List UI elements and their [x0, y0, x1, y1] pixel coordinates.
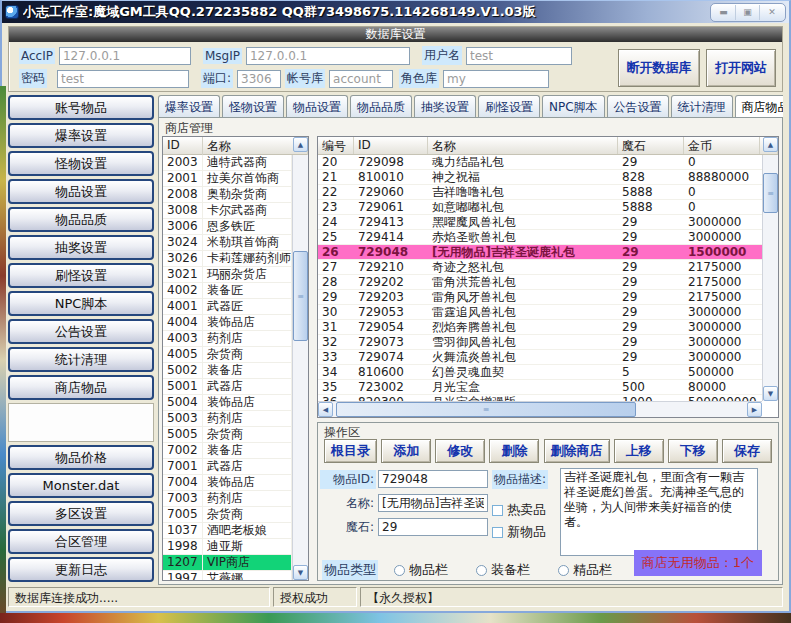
table-row[interactable]: 34810600幻兽灵魂血契5500000物品 [318, 365, 762, 380]
op-button-1[interactable]: 根目录 [324, 439, 377, 463]
role-db-input[interactable] [443, 70, 549, 88]
table-row[interactable]: 2003迪特武器商 [163, 155, 292, 171]
checkbox-icon[interactable] [492, 527, 503, 538]
table-row[interactable]: 4005杂货商 [163, 347, 292, 363]
table-row[interactable]: 3026卡莉莲娜药剂师 [163, 251, 292, 267]
table-row[interactable]: 2008奥勒杂货商 [163, 187, 292, 203]
scroll-left-icon[interactable]: ◀ [318, 402, 333, 417]
scrollbar-thumb[interactable]: ≡ [293, 251, 308, 341]
checkbox-icon[interactable] [492, 505, 503, 516]
op-button-8[interactable]: 保存 [722, 439, 772, 463]
op-button-4[interactable]: 删除 [489, 439, 539, 463]
username-input[interactable] [466, 47, 572, 65]
disconnect-db-button[interactable]: 断开数据库 [618, 49, 700, 87]
sidebar-item-16[interactable]: 更新日志 [8, 557, 154, 582]
sidebar-item-1[interactable]: 账号物品 [8, 95, 154, 120]
table-row[interactable]: 7001武器店 [163, 459, 292, 475]
scrollbar-thumb[interactable]: ≡ [763, 173, 778, 213]
sidebar-item-3[interactable]: 怪物设置 [8, 151, 154, 176]
table-row[interactable]: 1998迪亚斯 [163, 539, 292, 555]
table-row[interactable]: 24729413黑曜魔凤兽礼包293000000幻兽 [318, 215, 762, 230]
scroll-right-icon[interactable]: ▶ [747, 402, 762, 417]
scroll-down-icon[interactable]: ▼ [763, 386, 778, 401]
sidebar-item-15[interactable]: 合区管理 [8, 529, 154, 554]
table-row[interactable]: 21810010神之祝福82888880000物品 [318, 170, 762, 185]
op-button-7[interactable]: 下移 [668, 439, 718, 463]
item-id-input[interactable] [378, 470, 488, 488]
sidebar-item-5[interactable]: 物品品质 [8, 207, 154, 232]
table-row[interactable]: 7002装备店 [163, 443, 292, 459]
items-vscrollbar[interactable]: ▲ ≡ ▼ [762, 155, 778, 401]
scroll-down-icon[interactable]: ▼ [293, 565, 308, 580]
title-bar[interactable]: 小志工作室:魔域GM工具QQ.272235882 QQ群73498675.114… [2, 1, 789, 23]
table-row[interactable]: 4001武器匠 [163, 299, 292, 315]
hot-item-checkbox[interactable]: 热卖品 [492, 501, 560, 519]
sidebar-item-10[interactable]: 统计清理 [8, 347, 154, 372]
sidebar-item-13[interactable]: Monster.dat [8, 473, 154, 498]
table-row[interactable]: 25729414赤焰圣歌兽礼包293000000幻兽 [318, 230, 762, 245]
tab-10[interactable]: 商店物品 [735, 95, 783, 117]
table-row[interactable]: 2001拉美尔首饰商 [163, 171, 292, 187]
tab-5[interactable]: 抽奖设置 [414, 95, 476, 117]
item-desc-textarea[interactable]: 吉祥圣诞鹿礼包，里面含有一颗吉祥圣诞鹿幻兽蛋。充满神圣气息的坐骑，为人间带来美好… [560, 468, 758, 556]
table-row[interactable]: 7003药剂店 [163, 491, 292, 507]
account-db-input[interactable] [329, 70, 393, 88]
sidebar-item-4[interactable]: 物品设置 [8, 179, 154, 204]
sidebar-item-8[interactable]: NPC脚本 [8, 291, 154, 316]
table-row[interactable]: 1997艾薇娜 [163, 571, 292, 580]
items-hscrollbar[interactable]: ◀ ≡ ▶ [318, 401, 762, 417]
new-item-checkbox[interactable]: 新物品 [492, 523, 560, 541]
table-row[interactable]: 4004装饰品店 [163, 315, 292, 331]
table-row[interactable]: 4003药剂店 [163, 331, 292, 347]
table-row[interactable]: 32729073雪羽御风兽礼包293000000幻兽 [318, 335, 762, 350]
accip-input[interactable] [59, 47, 191, 65]
maximize-icon[interactable]: ▣ [736, 5, 760, 20]
table-row[interactable]: 23729061如意嘟嘟礼包58880幻兽 [318, 200, 762, 215]
shop-list-vscrollbar[interactable]: ▲ ≡ ▼ [292, 155, 308, 580]
radio-option-1[interactable]: 物品栏 [394, 561, 448, 579]
tab-6[interactable]: 刷怪设置 [478, 95, 540, 117]
table-row[interactable]: 7004装饰品店 [163, 475, 292, 491]
table-row[interactable]: 35723002月光宝盒50080000物品 [318, 380, 762, 395]
table-row[interactable]: 30729053雷霆追风兽礼包293000000幻兽 [318, 305, 762, 320]
scroll-up-icon[interactable]: ▲ [763, 137, 778, 152]
table-row[interactable]: 27729210奇迹之怒礼包292175000幻兽 [318, 260, 762, 275]
table-row[interactable]: 5001武器店 [163, 379, 292, 395]
tab-1[interactable]: 爆率设置 [158, 95, 220, 117]
tab-9[interactable]: 统计清理 [671, 95, 733, 117]
sidebar-item-2[interactable]: 爆率设置 [8, 123, 154, 148]
stone-input[interactable] [378, 518, 488, 536]
close-icon[interactable]: ✕ [760, 5, 784, 20]
scroll-up-icon[interactable]: ▲ [293, 137, 308, 152]
table-row[interactable]: 5003药剂店 [163, 411, 292, 427]
msgip-input[interactable] [246, 47, 410, 65]
item-name-input[interactable] [378, 494, 488, 512]
table-row[interactable]: 3021玛丽杂货店 [163, 267, 292, 283]
table-row[interactable]: 4002装备匠 [163, 283, 292, 299]
tab-7[interactable]: NPC脚本 [542, 95, 605, 117]
radio-option-2[interactable]: 装备栏 [476, 561, 530, 579]
op-button-6[interactable]: 上移 [614, 439, 664, 463]
radio-icon[interactable] [558, 565, 569, 576]
tab-8[interactable]: 公告设置 [607, 95, 669, 117]
radio-option-3[interactable]: 精品栏 [558, 561, 612, 579]
scrollbar-thumb[interactable]: ≡ [336, 402, 636, 417]
port-input[interactable] [237, 70, 281, 88]
table-row[interactable]: 33729074火舞流炎兽礼包293000000幻兽 [318, 350, 762, 365]
radio-icon[interactable] [476, 565, 487, 576]
tab-4[interactable]: 物品品质 [350, 95, 412, 117]
table-row[interactable]: 5005杂货商 [163, 427, 292, 443]
table-row[interactable]: 22729060吉祥噜噜礼包58880幻兽 [318, 185, 762, 200]
sidebar-item-12[interactable]: 物品价格 [8, 445, 154, 470]
tab-3[interactable]: 物品设置 [286, 95, 348, 117]
sidebar-item-9[interactable]: 公告设置 [8, 319, 154, 344]
table-row[interactable]: 1037酒吧老板娘 [163, 523, 292, 539]
radio-icon[interactable] [394, 565, 405, 576]
table-row[interactable]: 3008卡尔武器商 [163, 203, 292, 219]
table-row[interactable]: 20729098魂力结晶礼包290物品 [318, 155, 762, 170]
table-row[interactable]: 5004装饰品店 [163, 395, 292, 411]
table-row[interactable]: 29729203雷角风牙兽礼包292175000幻兽 [318, 290, 762, 305]
op-button-5[interactable]: 删除商店 [544, 439, 610, 463]
table-row[interactable]: 26729048[无用物品]吉祥圣诞鹿礼包291500000幻兽 [318, 245, 762, 260]
table-row[interactable]: 28729202雷角洪荒兽礼包292175000幻兽 [318, 275, 762, 290]
